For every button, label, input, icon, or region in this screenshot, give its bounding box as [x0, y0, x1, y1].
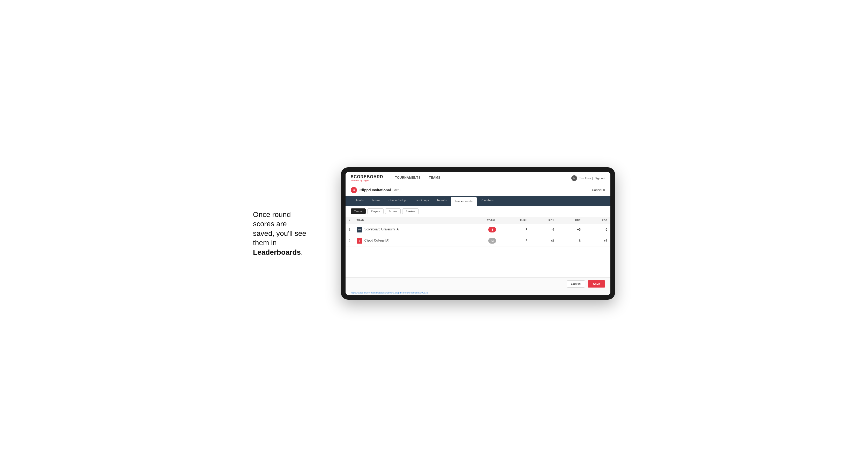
logo-area: SCOREBOARD Powered by clippd — [351, 175, 383, 182]
col-header-rd1: RD1 — [530, 217, 557, 224]
tablet-screen: SCOREBOARD Powered by clippd TOURNAMENTS… — [345, 172, 610, 295]
filter-scores[interactable]: Scores — [385, 209, 401, 214]
tournament-icon: C — [351, 187, 357, 193]
left-description: Once round scores are saved, you'll see … — [253, 210, 326, 257]
nav-right: S Test User | Sign out — [571, 175, 605, 181]
cell-thru-0: F — [499, 224, 531, 235]
tab-results[interactable]: Results — [433, 196, 451, 206]
tab-course-setup[interactable]: Course Setup — [384, 196, 410, 206]
logo-powered: Powered by clippd — [351, 179, 383, 182]
nav-link-tournaments[interactable]: TOURNAMENTS — [391, 172, 425, 184]
table-row: 2CClippd College [A]+3F+8-8+3 — [345, 235, 610, 246]
table-header-row: # TEAM TOTAL THRU RD1 RD2 RD3 — [345, 217, 610, 224]
col-header-rank: # — [345, 217, 353, 224]
nav-links: TOURNAMENTS TEAMS — [391, 172, 571, 184]
cell-team-0: SUScoreboard University [A] — [353, 224, 465, 235]
tournament-subtitle: (Men) — [392, 188, 400, 192]
desc-line3: saved, you'll see — [253, 229, 306, 238]
cell-rank-0: 1 — [345, 224, 353, 235]
cell-thru-1: F — [499, 235, 531, 246]
cancel-x-button[interactable]: Cancel ✕ — [592, 188, 605, 192]
sub-tabs: Details Teams Course Setup Tee Groups Re… — [345, 196, 610, 206]
desc-line4: them in — [253, 239, 277, 247]
tablet-device: SCOREBOARD Powered by clippd TOURNAMENTS… — [341, 167, 615, 300]
desc-period: . — [301, 248, 303, 256]
sign-out-link[interactable]: Sign out — [595, 177, 605, 180]
cell-rank-1: 2 — [345, 235, 353, 246]
cell-total-1: +3 — [465, 235, 499, 246]
user-avatar: S — [571, 175, 577, 181]
top-nav: SCOREBOARD Powered by clippd TOURNAMENTS… — [345, 172, 610, 184]
filter-teams[interactable]: Teams — [351, 209, 366, 214]
col-header-thru: THRU — [499, 217, 531, 224]
nav-link-teams[interactable]: TEAMS — [425, 172, 444, 184]
tournament-name: Clippd Invitational — [360, 188, 391, 192]
col-header-total: TOTAL — [465, 217, 499, 224]
team-name-1: Clippd College [A] — [365, 239, 389, 242]
cell-rd2-0: +5 — [557, 224, 584, 235]
user-name: Test User | — [579, 177, 593, 180]
cell-team-1: CClippd College [A] — [353, 235, 465, 246]
filter-row: Teams Players Scores Strokes — [345, 206, 610, 217]
cell-rd1-1: +8 — [530, 235, 557, 246]
tab-teams[interactable]: Teams — [368, 196, 384, 206]
desc-line1: Once round — [253, 211, 291, 218]
team-name-0: Scoreboard University [A] — [365, 227, 400, 231]
col-header-rd2: RD2 — [557, 217, 584, 224]
cell-rd3-1: +3 — [584, 235, 610, 246]
footer-cancel-button[interactable]: Cancel — [567, 280, 585, 287]
leaderboard-table: # TEAM TOTAL THRU RD1 RD2 RD3 1SUScorebo… — [345, 217, 610, 246]
desc-line2: scores are — [253, 220, 287, 228]
cell-total-0: -5 — [465, 224, 499, 235]
tab-leaderboards[interactable]: Leaderboards — [451, 197, 477, 206]
tab-printables[interactable]: Printables — [477, 196, 498, 206]
desc-line5-bold: Leaderboards — [253, 248, 301, 256]
logo-text: SCOREBOARD — [351, 175, 383, 179]
score-badge-0: -5 — [488, 227, 496, 232]
tab-tee-groups[interactable]: Tee Groups — [410, 196, 433, 206]
filter-strokes[interactable]: Strokes — [402, 209, 418, 214]
footer-save-button[interactable]: Save — [588, 280, 605, 287]
cell-rd2-1: -8 — [557, 235, 584, 246]
score-badge-1: +3 — [488, 238, 496, 244]
col-header-rd3: RD3 — [584, 217, 610, 224]
team-logo-1: C — [356, 238, 362, 244]
cell-rd1-0: -4 — [530, 224, 557, 235]
col-header-team: TEAM — [353, 217, 465, 224]
url-bar: https://stage-blue-coach.stagesCoreboard… — [345, 290, 610, 295]
tab-details[interactable]: Details — [351, 196, 368, 206]
tournament-header: C Clippd Invitational (Men) Cancel ✕ — [345, 184, 610, 196]
table-row: 1SUScoreboard University [A]-5F-4+5-6 — [345, 224, 610, 235]
filter-players[interactable]: Players — [367, 209, 383, 214]
cell-rd3-0: -6 — [584, 224, 610, 235]
content-spacer — [345, 246, 610, 277]
modal-footer: Cancel Save — [345, 277, 610, 290]
team-logo-0: SU — [356, 227, 362, 232]
